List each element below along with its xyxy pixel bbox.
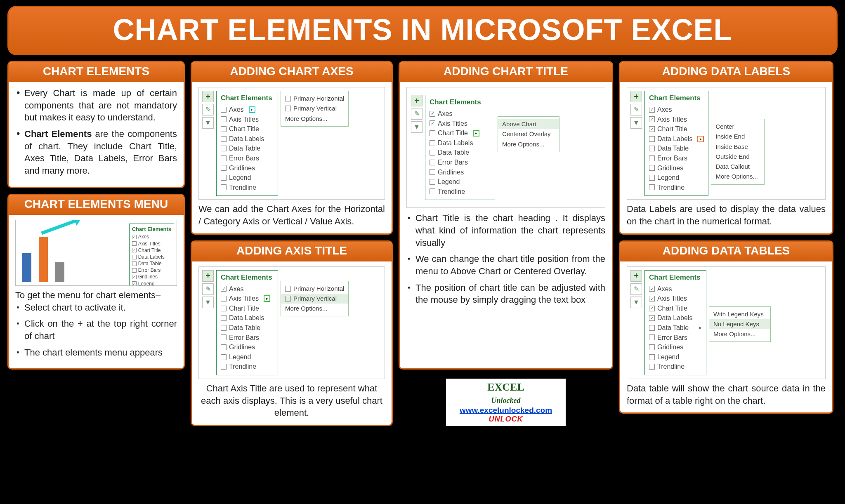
brush-icon[interactable]: ✎ [202,283,214,295]
brush-icon[interactable]: ✎ [202,104,214,115]
submenu-axes: Primary Horizontal Primary Vertical More… [281,91,349,127]
panel-chart-elements-menu: CHART ELEMENTS MENU Chart Elements Axes … [7,194,185,370]
step: Click on the + at the top right corner o… [15,318,177,342]
caption: Data Labels are used to display the data… [627,203,826,227]
plus-icon[interactable]: + [411,95,422,106]
chart-elements-screenshot: + ✎ ▼ Chart Elements Axes Axis Titles Ch… [406,87,605,208]
chart-elements-screenshot: + ✎ ▼ Chart Elements Axes▸ Axis Titles C… [198,87,385,200]
bullet: Every Chart is made up of certain compon… [15,87,177,124]
pointer-arrow-icon [41,220,77,235]
panel-header: ADDING CHART TITLE [400,62,612,82]
bullet: We can change the chart title position f… [406,253,605,277]
panel-header: ADDING DATA TABLES [620,242,832,261]
caption: Chart Axis Title are used to represent w… [198,382,385,419]
submenu-chart-title: Above Chart Centered Overlay More Option… [498,116,559,152]
brand-link[interactable]: www.excelunlocked.com [460,406,552,415]
plus-icon[interactable]: + [630,91,642,102]
brand-footer: EXCELUnlocked www.excelunlocked.com UNLO… [446,379,566,426]
chart-elements-popup: Chart Elements Axes Axis Titles Chart Ti… [129,224,174,286]
caption: We can add the Chart Axes for the Horizo… [198,203,385,227]
filter-icon[interactable]: ▼ [202,297,214,308]
text: To get the menu for chart elements– [15,289,177,301]
filter-icon[interactable]: ▼ [630,117,642,129]
step: The chart elements menu appears [15,346,177,359]
submenu-axis-title: Primary Horizontal Primary Vertical More… [281,281,349,317]
panel-adding-data-labels: ADDING DATA LABELS + ✎ ▼ Chart Elements … [619,61,833,235]
chart-thumbnail: Chart Elements Axes Axis Titles Chart Ti… [15,220,177,286]
brush-icon[interactable]: ✎ [630,283,642,295]
chart-elements-screenshot: + ✎ ▼ Chart Elements Axes Axis Titles Ch… [627,87,826,200]
caption: Data table will show the chart source da… [627,382,826,407]
main-title: CHART ELEMENTS IN MICROSOFT EXCEL [7,6,838,55]
chart-elements-screenshot: + ✎ ▼ Chart Elements Axes Axis Titles Ch… [627,266,826,379]
filter-icon[interactable]: ▼ [630,297,642,308]
panel-header: ADDING CHART AXES [192,62,392,82]
plus-icon[interactable]: + [202,270,214,282]
plus-icon[interactable]: + [630,270,642,282]
expand-arrow-icon[interactable]: ▸ [264,295,270,302]
panel-header: ADDING DATA LABELS [620,62,832,82]
filter-icon[interactable]: ▼ [202,117,214,129]
filter-icon[interactable]: ▼ [411,121,422,133]
panel-adding-data-tables: ADDING DATA TABLES + ✎ ▼ Chart Elements … [619,240,833,414]
panel-adding-chart-title: ADDING CHART TITLE + ✎ ▼ Chart Elements … [399,61,613,370]
bullet: Chart Elements are the components of cha… [15,128,177,177]
bullet: Chart Title is the chart heading . It di… [406,212,605,249]
content-grid: CHART ELEMENTS Every Chart is made up of… [7,61,838,426]
bullet: The position of chart title can be adjus… [406,282,605,306]
expand-arrow-icon[interactable]: ▸ [249,106,255,113]
brush-icon[interactable]: ✎ [411,108,422,120]
panel-chart-elements: CHART ELEMENTS Every Chart is made up of… [7,61,185,188]
expand-arrow-icon[interactable]: ▸ [473,130,479,137]
chart-elements-screenshot: + ✎ ▼ Chart Elements Axes Axis Titles▸ C… [198,266,385,379]
submenu-data-tables: With Legend Keys No Legend Keys More Opt… [709,306,771,342]
step: Select chart to activate it. [15,301,177,314]
plus-icon[interactable]: + [202,91,214,102]
panel-adding-axis-title: ADDING AXIS TITLE + ✎ ▼ Chart Elements A… [191,240,393,426]
panel-header: ADDING AXIS TITLE [192,242,392,261]
panel-header: CHART ELEMENTS MENU [9,195,184,215]
submenu-data-labels: Center Inside End Inside Base Outside En… [711,119,765,185]
panel-header: CHART ELEMENTS [9,62,184,82]
expand-arrow-icon[interactable]: ▸ [697,136,704,142]
panel-adding-chart-axes: ADDING CHART AXES + ✎ ▼ Chart Elements A… [191,61,393,235]
brush-icon[interactable]: ✎ [630,104,642,115]
